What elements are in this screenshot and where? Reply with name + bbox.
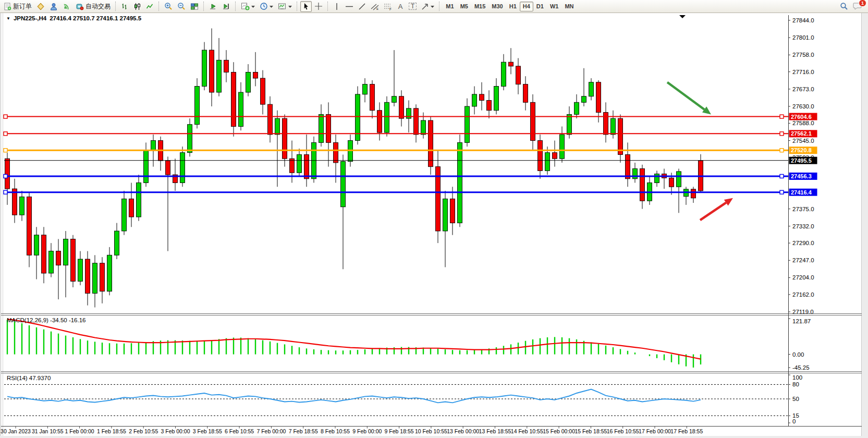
svg-text:13 Feb 00:00: 13 Feb 00:00 [447, 428, 479, 434]
label-tool-icon: T [409, 3, 417, 10]
svg-text:17 Feb 00:00: 17 Feb 00:00 [639, 428, 671, 434]
toolbar-separator [203, 2, 204, 11]
svg-text:27495.5: 27495.5 [791, 157, 812, 164]
tile-windows-button[interactable] [188, 1, 201, 12]
shapes-tool-button[interactable] [419, 1, 436, 12]
timeframe-button-D1[interactable]: D1 [533, 2, 547, 11]
timeframe-button-M15[interactable]: M15 [471, 2, 488, 11]
svg-text:27456.3: 27456.3 [791, 173, 812, 179]
horizontal-line-icon [345, 3, 353, 10]
svg-text:27332.0: 27332.0 [792, 223, 814, 229]
add-indicator-icon [241, 2, 250, 10]
horizontal-line-tool-button[interactable] [343, 1, 356, 12]
community-button[interactable] [47, 1, 60, 12]
tile-windows-icon [190, 3, 199, 10]
svg-text:27545.0: 27545.0 [792, 138, 814, 144]
fibonacci-tool-button[interactable]: F [382, 1, 394, 12]
clock-icon [260, 2, 268, 10]
svg-text:15 Feb 18:55: 15 Feb 18:55 [574, 428, 607, 434]
label-tool-button[interactable]: T [407, 1, 419, 12]
svg-text:9 Feb 18:55: 9 Feb 18:55 [385, 428, 414, 434]
svg-text:1 Feb 00:00: 1 Feb 00:00 [65, 428, 94, 434]
trendline-tool-button[interactable] [356, 1, 368, 12]
svg-text:7 Feb 00:00: 7 Feb 00:00 [256, 428, 286, 434]
timeframe-button-M5[interactable]: M5 [457, 2, 471, 11]
svg-text:27290.0: 27290.0 [792, 240, 814, 246]
zoom-in-button[interactable] [162, 1, 175, 12]
svg-text:27588.0: 27588.0 [792, 120, 814, 126]
timeframe-button-MN[interactable]: MN [561, 2, 577, 11]
svg-text:27247.0: 27247.0 [792, 257, 814, 263]
auto-scroll-button[interactable] [207, 1, 219, 12]
vertical-line-tool-button[interactable] [331, 1, 343, 12]
channel-tool-button[interactable]: E [369, 1, 381, 12]
candle-chart-mode-button[interactable] [131, 1, 143, 12]
zoom-out-icon [177, 2, 186, 10]
signals-button[interactable] [60, 1, 73, 12]
svg-text:121.87: 121.87 [792, 318, 811, 324]
chat-button[interactable]: 1 [851, 1, 864, 12]
toolbar-separator [235, 2, 236, 11]
svg-text:F: F [389, 7, 392, 10]
dropdown-caret-icon [270, 5, 273, 8]
timeframe-button-M1[interactable]: M1 [443, 2, 457, 11]
svg-text:80: 80 [792, 381, 799, 387]
dropdown-caret-icon [288, 5, 292, 8]
svg-text:8 Feb 10:55: 8 Feb 10:55 [321, 428, 350, 434]
zoom-out-button[interactable] [175, 1, 188, 12]
crosshair-tool-button[interactable] [312, 1, 325, 12]
timeframe-button-W1[interactable]: W1 [547, 2, 562, 11]
gold-diamond-icon [36, 3, 45, 10]
market-depth-button[interactable] [34, 1, 47, 12]
svg-text:27375.0: 27375.0 [792, 206, 814, 212]
svg-text:100: 100 [792, 374, 802, 381]
auto-trading-button[interactable]: 自动交易 [74, 1, 113, 12]
template-icon [278, 3, 287, 10]
new-order-label: 新订单 [13, 2, 32, 11]
auto-trading-label: 自动交易 [85, 2, 111, 11]
bar-chart-icon [121, 3, 129, 10]
autotrading-icon [76, 3, 84, 10]
symbol-period-label: JPN225-,H4 [14, 15, 46, 21]
svg-text:50: 50 [792, 396, 799, 402]
svg-text:0: 0 [792, 418, 796, 424]
toolbar-separator [327, 2, 328, 11]
svg-text:0.00: 0.00 [792, 351, 804, 358]
svg-text:27844.0: 27844.0 [792, 17, 814, 23]
svg-text:9 Feb 00:00: 9 Feb 00:00 [352, 428, 382, 434]
svg-text:27673.0: 27673.0 [792, 86, 814, 92]
svg-text:27162.0: 27162.0 [792, 291, 814, 298]
svg-text:27758.0: 27758.0 [792, 52, 814, 58]
period-button[interactable] [258, 1, 275, 12]
chart-window[interactable]: 27844.027801.027758.027716.027673.027630… [0, 13, 868, 438]
symbol-dropdown-icon[interactable]: ▼ [6, 16, 10, 21]
cursor-tool-button[interactable] [300, 1, 312, 12]
svg-text:13 Feb 18:55: 13 Feb 18:55 [479, 428, 511, 434]
svg-text:30 Jan 2023: 30 Jan 2023 [1, 428, 31, 434]
equidistant-channel-icon: E [371, 3, 379, 10]
arrows-shapes-icon [421, 3, 429, 10]
person-icon [50, 3, 58, 10]
svg-text:-45.25: -45.25 [792, 364, 810, 371]
chart-canvas[interactable]: 27844.027801.027758.027716.027673.027630… [0, 13, 868, 438]
search-button[interactable] [838, 1, 850, 12]
chart-title: ▼ JPN225-,H4 27416.4 27510.7 27416.1 274… [6, 15, 141, 21]
svg-text:3 Feb 18:55: 3 Feb 18:55 [193, 428, 222, 434]
line-chart-mode-button[interactable] [144, 1, 156, 12]
template-button[interactable] [276, 1, 294, 12]
text-tool-icon: A [398, 3, 403, 10]
timeframe-button-group: M1M5M15M30H1H4D1W1MN [443, 2, 577, 11]
add-indicator-button[interactable] [239, 1, 257, 12]
signal-icon [63, 3, 71, 10]
new-order-button[interactable]: 新订单 [2, 1, 34, 12]
timeframe-button-M30[interactable]: M30 [488, 2, 506, 11]
rsi-value: 47.9370 [29, 375, 51, 381]
text-tool-button[interactable]: A [395, 1, 406, 12]
timeframe-button-H4[interactable]: H4 [520, 2, 533, 11]
bar-chart-mode-button[interactable] [119, 1, 131, 12]
timeframe-button-H1[interactable]: H1 [506, 2, 520, 11]
svg-text:31 Jan 10:55: 31 Jan 10:55 [32, 428, 64, 434]
rsi-name: RSI(14) [7, 375, 28, 381]
chart-shift-button[interactable] [220, 1, 233, 12]
svg-text:7 Feb 18:55: 7 Feb 18:55 [289, 428, 318, 434]
